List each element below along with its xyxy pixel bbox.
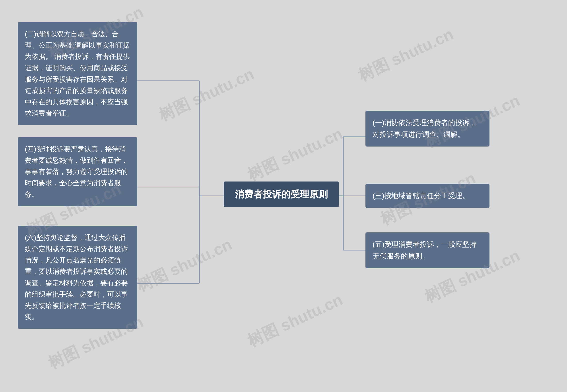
left-node-2: (四)受理投诉要严肃认真，接待消费者要诚恳热情，做到件有回音，事事有着落，努力遵… xyxy=(18,137,137,206)
right-node-1: (一)消协依法受理消费者的投诉，对投诉事项进行调查、调解。 xyxy=(365,111,490,147)
left-node-1: (二)调解以双方自愿、合法、合理、公正为基础;调解以事实和证据为依据。 消费者投… xyxy=(18,22,137,125)
right-node-2: (三)按地域管辖责任分工受理。 xyxy=(365,184,490,208)
right-node-3: (五)受理消费者投诉，一般应坚持无偿服务的原则。 xyxy=(365,232,490,268)
left-node-3: (六)坚持舆论监督，通过大众传播媒介定期或不定期公布消费者投诉情况，凡公开点名爆… xyxy=(18,226,137,329)
center-node: 消费者投诉的受理原则 xyxy=(224,182,339,207)
